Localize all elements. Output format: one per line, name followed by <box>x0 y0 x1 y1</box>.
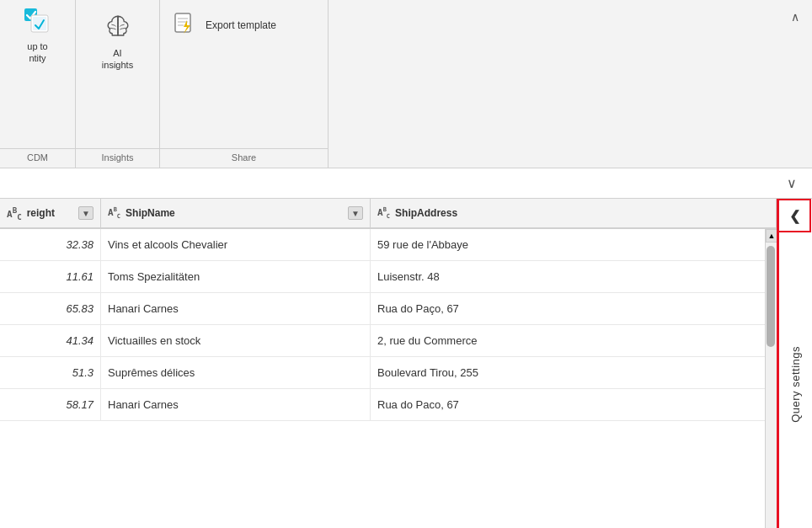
cell-shipname: Victuailles en stock <box>101 325 371 356</box>
table-row[interactable]: 51.3 Suprêmes délices Boulevard Tirou, 2… <box>0 357 777 389</box>
freight-filter-button[interactable]: ▼ <box>78 206 93 220</box>
formula-dropdown-button[interactable]: ∨ <box>778 170 805 197</box>
cell-shipname: Suprêmes délices <box>101 357 371 388</box>
table-row[interactable]: 58.17 Hanari Carnes Rua do Paco, 67 <box>0 389 777 421</box>
main-area: ABC reight ▼ ABC ShipName ▼ ABC ShipAddr… <box>0 199 812 528</box>
cell-freight: 65.83 <box>0 293 101 324</box>
cell-freight: 51.3 <box>0 357 101 388</box>
export-template-icon <box>172 12 199 39</box>
ai-insights-button[interactable]: AI insights <box>76 0 159 148</box>
share-buttons: Export template <box>160 0 328 148</box>
col-header-freight[interactable]: ABC reight ▼ <box>0 199 101 227</box>
table-row[interactable]: 32.38 Vins et alcools Chevalier 59 rue d… <box>0 229 777 261</box>
grid-rows: 32.38 Vins et alcools Chevalier 59 rue d… <box>0 229 777 421</box>
table-row[interactable]: 65.83 Hanari Carnes Rua do Paço, 67 <box>0 293 777 325</box>
formula-input[interactable] <box>7 177 778 189</box>
cdm-section-label: CDM <box>0 148 75 168</box>
cell-shipname: Hanari Carnes <box>101 389 371 420</box>
col-shipname-label: ShipName <box>126 207 175 219</box>
cdm-button[interactable]: up to ntity <box>0 0 75 148</box>
cell-shipaddress: Boulevard Tirou, 255 <box>371 357 777 388</box>
freight-type-icon: ABC <box>7 205 22 221</box>
insights-section: AI insights Insights <box>76 0 160 168</box>
cell-freight: 41.34 <box>0 325 101 356</box>
table-row[interactable]: 11.61 Toms Spezialitäten Luisenstr. 48 <box>0 261 777 293</box>
svg-rect-4 <box>175 13 190 32</box>
cdm-section: up to ntity CDM <box>0 0 76 168</box>
data-grid: ABC reight ▼ ABC ShipName ▼ ABC ShipAddr… <box>0 199 777 528</box>
cell-freight: 58.17 <box>0 389 101 420</box>
cell-shipname: Vins et alcools Chevalier <box>101 229 371 260</box>
panel-toggle-button[interactable]: ❮ <box>777 199 811 232</box>
shipaddress-type-icon: ABC <box>377 206 390 220</box>
formula-bar: ∨ <box>0 168 812 199</box>
cell-shipaddress: 2, rue du Commerce <box>371 325 777 356</box>
cell-shipaddress: 59 rue de l'Abbaye <box>371 229 777 260</box>
query-settings-panel[interactable]: ❮ Query settings <box>777 199 812 528</box>
share-section-label: Share <box>160 148 328 168</box>
query-settings-label: Query settings <box>789 346 802 423</box>
vertical-scrollbar[interactable]: ▲ <box>765 229 777 528</box>
cell-shipaddress: Luisenstr. 48 <box>371 261 777 292</box>
ai-insights-label: AI insights <box>102 47 133 72</box>
export-template-button[interactable]: Export template <box>160 7 288 44</box>
cell-shipaddress: Rua do Paço, 67 <box>371 293 777 324</box>
share-section: Export template Share <box>160 0 329 168</box>
cdm-icon <box>23 7 53 37</box>
cell-shipname: Hanari Carnes <box>101 293 371 324</box>
table-row[interactable]: 41.34 Victuailles en stock 2, rue du Com… <box>0 325 777 357</box>
shipname-filter-button[interactable]: ▼ <box>348 206 363 220</box>
col-shipaddress-label: ShipAddress <box>395 207 457 219</box>
export-template-label: Export template <box>206 19 276 31</box>
scroll-thumb[interactable] <box>767 246 775 347</box>
collapse-toolbar-button[interactable]: ∧ <box>778 0 812 34</box>
toolbar: up to ntity CDM <box>0 0 812 168</box>
cell-shipname: Toms Spezialitäten <box>101 261 371 292</box>
insights-section-label: Insights <box>76 148 159 168</box>
shipname-type-icon: ABC <box>108 206 120 220</box>
collapse-icon: ∧ <box>791 10 799 24</box>
col-header-shipname[interactable]: ABC ShipName ▼ <box>101 199 371 227</box>
scroll-up-button[interactable]: ▲ <box>766 229 777 243</box>
cell-shipaddress: Rua do Paco, 67 <box>371 389 777 420</box>
brain-icon <box>101 10 135 44</box>
col-header-shipaddress[interactable]: ABC ShipAddress <box>371 199 777 227</box>
grid-header: ABC reight ▼ ABC ShipName ▼ ABC ShipAddr… <box>0 199 777 229</box>
panel-toggle-icon: ❮ <box>789 208 800 224</box>
col-freight-label: reight <box>27 207 55 219</box>
cell-freight: 32.38 <box>0 229 101 260</box>
cell-freight: 11.61 <box>0 261 101 292</box>
cdm-label: up to ntity <box>27 40 47 65</box>
